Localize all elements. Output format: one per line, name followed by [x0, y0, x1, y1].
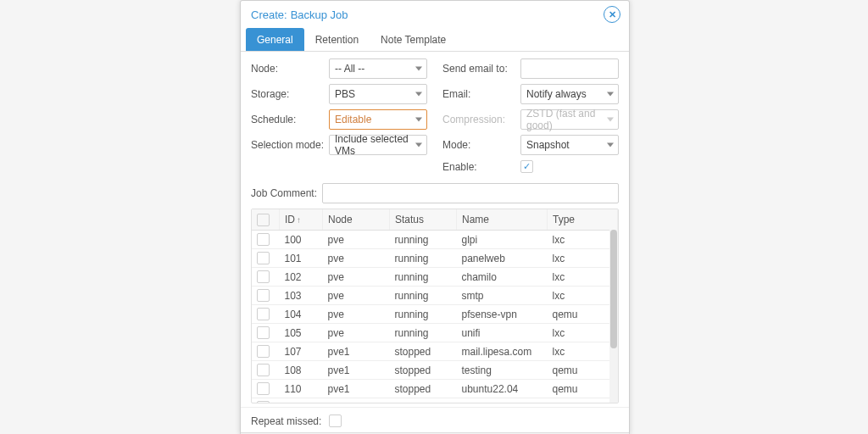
- chevron-down-icon: [415, 143, 422, 147]
- row-checkbox[interactable]: [257, 345, 270, 358]
- row-checkbox[interactable]: [257, 252, 270, 264]
- tab-bar: General Retention Note Template: [241, 26, 629, 52]
- storage-label: Storage:: [251, 88, 329, 100]
- repeat-missed-checkbox[interactable]: [329, 415, 342, 427]
- repeat-missed-label: Repeat missed:: [251, 415, 329, 427]
- chevron-down-icon: [607, 92, 614, 97]
- node-select[interactable]: -- All --: [329, 58, 427, 79]
- cell-type: lxc: [548, 342, 618, 361]
- cell-name: panelweb: [457, 249, 548, 268]
- cell-type: lxc: [548, 231, 618, 249]
- col-type[interactable]: Type: [548, 209, 618, 231]
- schedule-label: Schedule:: [251, 114, 329, 125]
- row-checkbox[interactable]: [257, 270, 270, 283]
- cell-type: lxc: [548, 287, 618, 305]
- mode-select[interactable]: Snapshot: [520, 135, 619, 155]
- cell-node: pve: [323, 398, 390, 404]
- close-icon[interactable]: ✕: [604, 6, 620, 23]
- cell-name: testing: [457, 361, 548, 380]
- chevron-down-icon: [415, 92, 422, 97]
- cell-type: qemu: [548, 361, 618, 380]
- cell-id: 105: [280, 324, 323, 342]
- col-name[interactable]: Name: [457, 209, 548, 231]
- table-row[interactable]: 100pverunningglpilxc: [252, 231, 618, 249]
- col-status[interactable]: Status: [390, 209, 457, 231]
- cell-id: 100: [280, 231, 323, 249]
- cell-node: pve: [323, 324, 390, 342]
- cell-id: 102: [280, 268, 323, 287]
- email-label: Email:: [442, 88, 520, 100]
- table-row[interactable]: 103pverunningsmtplxc: [252, 287, 618, 305]
- row-checkbox[interactable]: [257, 289, 270, 302]
- row-checkbox[interactable]: [257, 308, 270, 320]
- scrollbar-thumb[interactable]: [610, 230, 617, 348]
- cell-status: running: [390, 268, 457, 287]
- storage-select[interactable]: PBS: [329, 84, 427, 104]
- cell-id: 107: [280, 342, 323, 361]
- scrollbar[interactable]: [609, 230, 618, 403]
- row-checkbox[interactable]: [257, 382, 270, 395]
- chevron-down-icon: [607, 118, 614, 122]
- send-email-input[interactable]: [520, 58, 619, 79]
- create-backup-job-dialog: Create: Backup Job ✕ General Retention N…: [240, 0, 630, 434]
- send-email-label: Send email to:: [442, 63, 520, 75]
- cell-name: ubuntu22.04: [457, 380, 548, 398]
- cell-status: running: [390, 398, 457, 404]
- email-select[interactable]: Notify always: [520, 84, 619, 104]
- row-checkbox[interactable]: [257, 233, 270, 246]
- table-row[interactable]: 107pve1stoppedmail.lipesa.comlxc: [252, 342, 618, 361]
- cell-name: smtp: [457, 287, 548, 305]
- table-row[interactable]: 104pverunningpfsense-vpnqemu: [252, 305, 618, 324]
- cell-node: pve: [323, 268, 390, 287]
- sort-ascending-icon: ↑: [297, 215, 301, 225]
- cell-status: running: [390, 305, 457, 324]
- cell-status: running: [390, 231, 457, 249]
- table-row[interactable]: 108pve1stoppedtestingqemu: [252, 361, 618, 380]
- job-comment-input[interactable]: [322, 183, 619, 203]
- cell-status: running: [390, 287, 457, 305]
- cell-id: 104: [280, 305, 323, 324]
- cell-id: 101: [280, 249, 323, 268]
- schedule-select[interactable]: Editable: [329, 109, 427, 130]
- enable-checkbox[interactable]: ✓: [520, 160, 533, 173]
- cell-node: pve: [323, 287, 390, 305]
- selection-mode-select[interactable]: Include selected VMs: [329, 135, 427, 155]
- cell-id: 103: [280, 287, 323, 305]
- cell-name: mail.lipesa.com: [457, 342, 548, 361]
- cell-id: 108: [280, 361, 323, 380]
- cell-name: pfsense-vpn: [457, 305, 548, 324]
- cell-type: lxc: [548, 324, 618, 342]
- table-row[interactable]: 111pverunningzabbixqemu: [252, 398, 618, 404]
- cell-status: stopped: [390, 342, 457, 361]
- cell-status: running: [390, 324, 457, 342]
- cell-node: pve1: [323, 342, 390, 361]
- cell-type: qemu: [548, 305, 618, 324]
- title-prefix: Create:: [251, 8, 287, 21]
- cell-status: stopped: [390, 380, 457, 398]
- table-row[interactable]: 102pverunningchamilolxc: [252, 268, 618, 287]
- cell-name: glpi: [457, 231, 548, 249]
- col-id[interactable]: ID↑: [280, 209, 323, 231]
- cell-name: chamilo: [457, 268, 548, 287]
- tab-note-template[interactable]: Note Template: [370, 28, 457, 51]
- node-label: Node:: [251, 63, 329, 75]
- row-checkbox[interactable]: [257, 401, 270, 403]
- row-checkbox[interactable]: [257, 326, 270, 339]
- cell-type: qemu: [548, 380, 618, 398]
- chevron-down-icon: [415, 118, 422, 122]
- row-checkbox[interactable]: [257, 364, 270, 376]
- select-all-checkbox[interactable]: [257, 214, 270, 226]
- col-node[interactable]: Node: [323, 209, 390, 231]
- compression-select: ZSTD (fast and good): [520, 109, 619, 130]
- cell-type: lxc: [548, 249, 618, 268]
- vm-table: ID↑ Node Status Name Type 100pverunningg…: [251, 209, 619, 403]
- table-row[interactable]: 105pverunningunifilxc: [252, 324, 618, 342]
- cell-id: 111: [280, 398, 323, 404]
- tab-retention[interactable]: Retention: [304, 28, 370, 51]
- table-row[interactable]: 101pverunningpanelweblxc: [252, 249, 618, 268]
- cell-status: stopped: [390, 361, 457, 380]
- enable-label: Enable:: [442, 161, 520, 173]
- table-row[interactable]: 110pve1stoppedubuntu22.04qemu: [252, 380, 618, 398]
- cell-id: 110: [280, 380, 323, 398]
- tab-general[interactable]: General: [246, 28, 304, 51]
